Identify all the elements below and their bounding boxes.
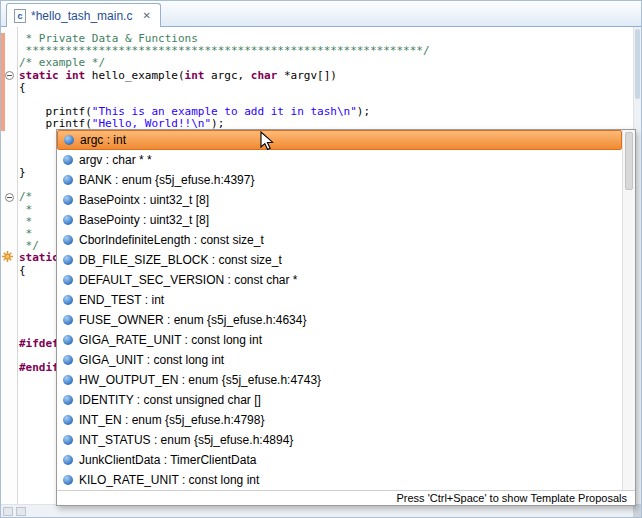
completion-item[interactable]: BasePointy : uint32_t [8] [57, 210, 622, 230]
completion-item[interactable]: argc : int [57, 130, 622, 150]
completion-label: argc : int [80, 133, 126, 147]
popup-scrollbar[interactable] [622, 130, 635, 490]
content-assist-popup: argc : intargv : char * *BANK : enum {s5… [56, 129, 636, 506]
variable-icon [63, 295, 73, 305]
completion-label: BasePointy : uint32_t [8] [79, 213, 209, 227]
completion-item[interactable]: GIGA_UNIT : const long int [57, 350, 622, 370]
variable-icon [63, 175, 73, 185]
variable-icon [63, 155, 73, 165]
completion-label: DB_FILE_SIZE_BLOCK : const size_t [79, 253, 282, 267]
hscroll-right-button[interactable] [16, 507, 26, 516]
variable-icon [64, 135, 74, 145]
variable-icon [63, 395, 73, 405]
code-line: static int hello_example(int argc, char … [19, 70, 430, 82]
close-icon[interactable]: ✕ [142, 10, 150, 21]
completion-label: JunkClientData : TimerClientData [79, 453, 256, 467]
completion-label: INT_STATUS : enum {s5j_efuse.h:4894} [79, 433, 293, 447]
eclipse-editor-window: c *hello_tash_main.c ✕ * Private Data & … [0, 0, 642, 518]
warning-marker-icon[interactable] [2, 251, 13, 262]
variable-icon [63, 355, 73, 365]
variable-icon [63, 455, 73, 465]
completion-label: BANK : enum {s5j_efuse.h:4397} [79, 173, 254, 187]
variable-icon [63, 415, 73, 425]
tab-label: *hello_tash_main.c [31, 9, 132, 23]
completion-item[interactable]: FUSE_OWNER : enum {s5j_efuse.h:4634} [57, 310, 622, 330]
completion-label: IDENTITY : const unsigned char [] [79, 393, 261, 407]
completion-label: HW_OUTPUT_EN : enum {s5j_efuse.h:4743} [79, 373, 321, 387]
code-line: { [19, 82, 430, 94]
tab-hello-tash-main[interactable]: c *hello_tash_main.c ✕ [6, 3, 161, 27]
variable-icon [63, 335, 73, 345]
template-proposals-hint: Press 'Ctrl+Space' to show Template Prop… [57, 490, 635, 505]
completion-item[interactable]: DB_FILE_SIZE_BLOCK : const size_t [57, 250, 622, 270]
completion-item[interactable]: CborIndefiniteLength : const size_t [57, 230, 622, 250]
completion-item[interactable]: INT_EN : enum {s5j_efuse.h:4798} [57, 410, 622, 430]
completion-label: DEFAULT_SEC_VERSION : const char * [79, 273, 298, 287]
completion-label: CborIndefiniteLength : const size_t [79, 233, 264, 247]
completion-item[interactable]: INT_STATUS : enum {s5j_efuse.h:4894} [57, 430, 622, 450]
variable-icon [63, 375, 73, 385]
completion-item[interactable]: HW_OUTPUT_EN : enum {s5j_efuse.h:4743} [57, 370, 622, 390]
completion-item[interactable]: KILO_RATE_UNIT : const long int [57, 470, 622, 490]
variable-icon [63, 315, 73, 325]
change-bar [1, 33, 5, 131]
completion-label: argv : char * * [79, 153, 152, 167]
completion-label: INT_EN : enum {s5j_efuse.h:4798} [79, 413, 264, 427]
completion-item[interactable]: argv : char * * [57, 150, 622, 170]
completion-item[interactable]: JunkClientData : TimerClientData [57, 450, 622, 470]
c-file-icon: c [14, 9, 26, 23]
variable-icon [63, 475, 73, 485]
completion-item[interactable]: IDENTITY : const unsigned char [] [57, 390, 622, 410]
vertical-scroll-thumb[interactable] [635, 29, 640, 99]
hscroll-left-button[interactable] [3, 507, 13, 516]
variable-icon [63, 275, 73, 285]
completion-label: END_TEST : int [79, 293, 164, 307]
fold-minus-icon[interactable] [5, 193, 14, 202]
variable-icon [63, 435, 73, 445]
variable-icon [63, 255, 73, 265]
completion-label: GIGA_UNIT : const long int [79, 353, 224, 367]
annotation-ruler[interactable] [1, 27, 18, 504]
completion-label: BasePointx : uint32_t [8] [79, 193, 209, 207]
completion-item[interactable]: GIGA_RATE_UNIT : const long int [57, 330, 622, 350]
fold-minus-icon[interactable] [5, 71, 14, 80]
variable-icon [63, 195, 73, 205]
variable-icon [63, 235, 73, 245]
completion-list: argc : intargv : char * *BANK : enum {s5… [57, 130, 622, 490]
completion-label: KILO_RATE_UNIT : const long int [79, 473, 259, 487]
completion-item[interactable]: BasePointx : uint32_t [8] [57, 190, 622, 210]
variable-icon [63, 215, 73, 225]
completion-item[interactable]: END_TEST : int [57, 290, 622, 310]
editor-tab-bar: c *hello_tash_main.c ✕ [1, 1, 641, 27]
completion-label: FUSE_OWNER : enum {s5j_efuse.h:4634} [79, 313, 306, 327]
mouse-cursor [260, 131, 274, 151]
popup-scroll-thumb[interactable] [625, 132, 633, 190]
completion-item[interactable]: DEFAULT_SEC_VERSION : const char * [57, 270, 622, 290]
completion-label: GIGA_RATE_UNIT : const long int [79, 333, 262, 347]
completion-item[interactable]: BANK : enum {s5j_efuse.h:4397} [57, 170, 622, 190]
